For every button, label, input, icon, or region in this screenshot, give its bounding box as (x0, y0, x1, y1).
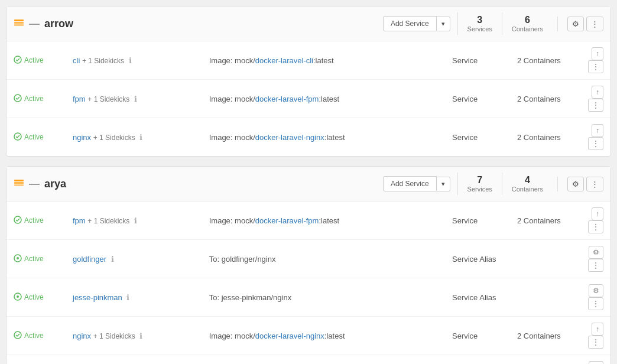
add-service-button[interactable]: Add Service (383, 16, 437, 31)
service-name-link[interactable]: goldfinger (73, 255, 106, 264)
add-service-group: Add Service ▾ (383, 16, 450, 31)
svg-rect-1 (14, 22, 24, 24)
row-upload-button[interactable]: ↑ (592, 124, 603, 137)
service-name-link[interactable]: cli (73, 56, 80, 65)
row-gear-button[interactable]: ⚙ (589, 246, 603, 259)
row-upload-button[interactable]: ↑ (592, 47, 603, 60)
containers-stat: 4 Containers (502, 173, 553, 195)
containers-count: 2 Containers (517, 95, 561, 103)
row-more-button[interactable]: ⋮ (588, 60, 603, 73)
status-icon (14, 292, 22, 303)
type-cell: Service Alias (445, 240, 510, 278)
stack-actions: ⚙ ⋮ (557, 17, 603, 31)
status-active: Active (14, 292, 59, 303)
svg-point-11 (17, 257, 19, 259)
services-table-arya: Active fpm + 1 Sidekicks ℹ Image: mock/d… (7, 202, 610, 364)
status-icon (14, 254, 22, 264)
stack-actions: ⚙ ⋮ (557, 177, 603, 191)
row-more-button[interactable]: ⋮ (588, 297, 603, 310)
svg-rect-7 (14, 182, 24, 184)
info-icon[interactable]: ℹ (126, 293, 129, 302)
row-gear-button[interactable]: ⚙ (589, 361, 603, 364)
table-row: Active q ℹ To: q/nginx Service Alias ⚙ ⋮ (7, 355, 610, 365)
status-icon (14, 331, 22, 341)
image-text: Image: mock/docker-laravel-fpm:latest (209, 95, 339, 103)
stack-arya: — arya Add Service ▾ 7 Services 4 Contai… (6, 166, 611, 364)
add-service-button[interactable]: Add Service (383, 176, 437, 191)
row-actions: ⚙ ⋮ (575, 355, 610, 365)
stack-more-button[interactable]: ⋮ (586, 177, 603, 191)
containers-cell (510, 278, 575, 317)
containers-cell (510, 355, 575, 365)
status-icon (14, 132, 22, 142)
type-cell: Service Alias (445, 355, 510, 365)
service-name-link[interactable]: fpm (73, 95, 86, 103)
stack-gear-button[interactable]: ⚙ (567, 177, 584, 191)
stack-more-button[interactable]: ⋮ (586, 17, 603, 31)
type-cell: Service Alias (445, 278, 510, 317)
status-cell: Active (7, 41, 66, 80)
service-type: Service Alias (452, 293, 496, 302)
add-service-dropdown[interactable]: ▾ (437, 177, 450, 191)
info-icon[interactable]: ℹ (134, 216, 137, 225)
row-more-button[interactable]: ⋮ (588, 137, 603, 150)
image-cell: Image: mock/docker-laravel-nginx:latest (202, 118, 445, 157)
row-upload-button[interactable]: ↑ (592, 86, 603, 99)
row-more-button[interactable]: ⋮ (588, 336, 603, 349)
type-cell: Service (445, 317, 510, 355)
row-actions: ↑ ⋮ (575, 41, 610, 80)
containers-count: 4 (512, 175, 543, 186)
info-icon[interactable]: ℹ (134, 95, 137, 103)
row-gear-button[interactable]: ⚙ (589, 284, 603, 297)
info-icon[interactable]: ℹ (129, 56, 132, 65)
stack-collapse-btn[interactable]: — (29, 18, 40, 30)
services-table-arrow: Active cli + 1 Sidekicks ℹ Image: mock/d… (7, 41, 610, 156)
image-text: To: jesse-pinkman/nginx (209, 293, 291, 302)
row-upload-button[interactable]: ↑ (592, 207, 603, 220)
service-type: Service (452, 56, 478, 65)
status-cell: Active (7, 317, 66, 355)
row-upload-button[interactable]: ↑ (592, 323, 603, 336)
service-name-cell: nginx + 1 Sidekicks ℹ (66, 118, 202, 157)
image-text: Image: mock/docker-laravel-nginx:latest (209, 133, 345, 142)
image-text: Image: mock/docker-laravel-cli:latest (209, 56, 334, 65)
row-more-button[interactable]: ⋮ (588, 220, 603, 233)
row-more-button[interactable]: ⋮ (588, 99, 603, 112)
services-label: Services (467, 25, 492, 32)
stack-gear-button[interactable]: ⚙ (567, 17, 584, 31)
image-text: Image: mock/docker-laravel-fpm:latest (209, 216, 339, 225)
status-cell: Active (7, 278, 66, 317)
table-row: Active cli + 1 Sidekicks ℹ Image: mock/d… (7, 41, 610, 80)
services-count: 3 (467, 15, 492, 25)
image-cell: Image: mock/docker-laravel-nginx:latest (202, 317, 445, 355)
stack-collapse-btn[interactable]: — (29, 178, 40, 190)
info-icon[interactable]: ℹ (111, 255, 114, 264)
service-type: Service (452, 95, 478, 103)
service-type: Service (452, 216, 478, 225)
sidekicks-info: + 1 Sidekicks (87, 95, 129, 103)
status-text: Active (24, 95, 44, 103)
add-service-dropdown[interactable]: ▾ (437, 17, 450, 31)
row-more-button[interactable]: ⋮ (588, 259, 603, 272)
containers-cell: 2 Containers (510, 118, 575, 157)
status-text: Active (24, 255, 44, 263)
type-cell: Service (445, 80, 510, 118)
status-text: Active (24, 332, 44, 340)
service-name-cell: fpm + 1 Sidekicks ℹ (66, 80, 202, 118)
containers-count: 6 (512, 15, 543, 25)
stack-header-arrow: — arrow Add Service ▾ 3 Services 6 Conta… (7, 6, 610, 41)
svg-point-13 (17, 295, 19, 298)
containers-cell: 2 Containers (510, 317, 575, 355)
containers-cell: 2 Containers (510, 202, 575, 240)
containers-cell (510, 240, 575, 278)
service-name-cell: goldfinger ℹ (66, 240, 202, 278)
info-icon[interactable]: ℹ (139, 133, 142, 142)
service-name-link[interactable]: nginx (73, 332, 91, 340)
row-actions: ↑ ⋮ (575, 317, 610, 355)
service-name-link[interactable]: jesse-pinkman (73, 293, 122, 302)
service-name-link[interactable]: nginx (73, 133, 91, 142)
info-icon[interactable]: ℹ (139, 332, 142, 340)
service-name-link[interactable]: fpm (73, 216, 86, 225)
containers-label: Containers (512, 25, 543, 32)
image-cell: To: jesse-pinkman/nginx (202, 278, 445, 317)
